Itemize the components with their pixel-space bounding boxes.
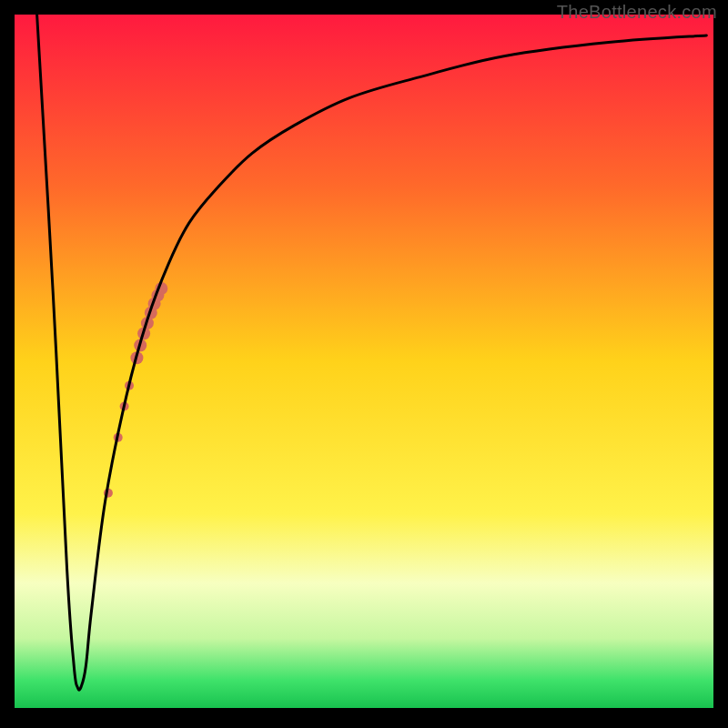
bottleneck-chart [0,0,728,728]
chart-stage: TheBottleneck.com [0,0,728,728]
plot-area [15,15,713,708]
watermark-text: TheBottleneck.com [557,2,717,23]
gradient-background [15,15,713,708]
